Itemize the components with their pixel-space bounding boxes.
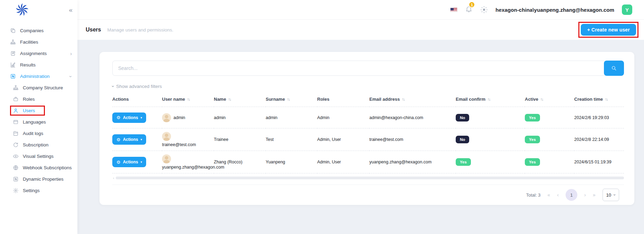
- pagination-next-button[interactable]: ›: [584, 192, 586, 198]
- horizontal-scrollbar[interactable]: ‹: [113, 176, 624, 180]
- active-cell: Yes: [525, 107, 574, 128]
- users-card: › Show advanced filters Actions User nam…: [100, 52, 634, 205]
- surname-cell: Yuanpeng: [266, 151, 317, 173]
- email-cell: admin@hexagon-china.com: [369, 107, 456, 128]
- eye-icon: [13, 153, 19, 159]
- scrollbar-left-arrow[interactable]: ‹: [113, 176, 114, 180]
- active-cell: Yes: [525, 128, 574, 151]
- email-confirm-cell: No: [456, 128, 525, 151]
- sidebar-item-roles[interactable]: Roles: [0, 93, 77, 105]
- sidebar-item-assignments[interactable]: Assignments ›: [0, 48, 77, 59]
- sidebar-item-users[interactable]: Users: [0, 105, 77, 116]
- audit-file-icon: [13, 130, 19, 136]
- pagination-first-button[interactable]: «: [548, 192, 550, 198]
- active-cell: Yes: [525, 151, 574, 173]
- header-user-name[interactable]: User name↑↓: [162, 92, 214, 107]
- window-icon: [13, 119, 19, 125]
- theme-toggle-icon[interactable]: [480, 6, 488, 14]
- search-input[interactable]: [112, 61, 607, 76]
- table-row[interactable]: ⚙ Actions ▾ yuanpeng.zhang@hexagon.com Z…: [112, 151, 624, 173]
- search-icon: [611, 65, 617, 71]
- name-cell: Trainee: [214, 128, 266, 151]
- pagination-last-button[interactable]: »: [593, 192, 596, 198]
- roles-cell: Admin: [317, 107, 369, 128]
- actions-cell: ⚙ Actions ▾: [112, 107, 162, 128]
- username-cell: yuanpeng.zhang@hexagon.com: [162, 151, 214, 173]
- name-cell: Zhang (Rocco): [214, 151, 266, 173]
- sidebar-item-companies[interactable]: Companies: [0, 25, 77, 36]
- advanced-filters-toggle[interactable]: › Show advanced filters: [112, 84, 162, 89]
- header-email-confirm[interactable]: Email confirm↑↓: [456, 92, 525, 107]
- notifications-button[interactable]: 1: [465, 5, 473, 14]
- pagination-prev-button[interactable]: ‹: [557, 192, 559, 198]
- page-size-select[interactable]: 10 ›: [603, 189, 619, 201]
- caret-down-icon: ▾: [141, 116, 142, 119]
- roles-cell: Admin, User: [317, 128, 369, 151]
- notification-count-badge: 1: [468, 1, 475, 8]
- sidebar-item-administration[interactable]: Administration ›: [0, 71, 77, 82]
- sidebar-item-results[interactable]: Results: [0, 59, 77, 71]
- username-cell: admin: [162, 107, 214, 128]
- search-button[interactable]: [604, 61, 624, 76]
- creation-time-cell: 2024/2/8 22:14:09: [574, 128, 624, 151]
- users-table: Actions User name↑↓ Name↑↓ Surname↑↓ Rol…: [112, 92, 624, 173]
- page-subtitle: Manage users and permissions.: [107, 27, 173, 33]
- sidebar-item-webhook-subscriptions[interactable]: Webhook Subscriptions: [0, 162, 77, 173]
- email-confirm-badge: No: [456, 114, 469, 122]
- header-email-address[interactable]: Email address↑↓: [369, 92, 456, 107]
- sidebar-item-facilities[interactable]: Facilities: [0, 36, 77, 48]
- companies-icon: [10, 28, 16, 34]
- sliders-icon: [10, 73, 16, 79]
- gear-icon: ⚙: [116, 115, 121, 120]
- sidebar-item-settings[interactable]: Settings: [0, 185, 77, 196]
- user-photo-avatar: [162, 154, 171, 163]
- create-new-user-button[interactable]: + Create new user: [581, 24, 636, 36]
- sliders-icon: [13, 176, 19, 182]
- sidebar-item-audit-logs[interactable]: Audit logs: [0, 128, 77, 139]
- actions-cell: ⚙ Actions ▾: [112, 151, 162, 173]
- pagination-bar: Total: 3 « ‹ 1 › » 10 ›: [112, 184, 624, 205]
- email-confirm-cell: No: [456, 107, 525, 128]
- table-row[interactable]: ⚙ Actions ▾ trainee@test.com Trainee Tes…: [112, 128, 624, 151]
- sidebar-item-visual-settings[interactable]: Visual Settings: [0, 151, 77, 162]
- gear-icon: [13, 188, 19, 194]
- email-cell: yuanpeng.zhang@hexagon.com: [369, 151, 456, 173]
- sidebar-collapse-icon[interactable]: «: [69, 7, 73, 13]
- sort-icon: ↑↓: [228, 97, 231, 101]
- org-chart-icon: [13, 85, 19, 91]
- sort-icon: ↑↓: [605, 97, 608, 101]
- scrollbar-thumb[interactable]: [116, 177, 624, 179]
- user-avatar[interactable]: Y: [622, 4, 632, 15]
- sidebar-item-company-structure[interactable]: Company Structure: [0, 82, 77, 93]
- chevron-right-icon: ›: [70, 51, 72, 56]
- header-roles: Roles: [317, 92, 369, 107]
- table-row[interactable]: ⚙ Actions ▾ admin admin admin Admin admi…: [112, 107, 624, 128]
- email-confirm-badge: No: [456, 136, 469, 143]
- header-actions: Actions: [112, 92, 162, 107]
- caret-down-icon: ▾: [141, 160, 142, 164]
- header-active[interactable]: Active↑↓: [525, 92, 574, 107]
- sidebar-item-subscription[interactable]: Subscription: [0, 139, 77, 151]
- sidebar-item-languages[interactable]: Languages: [0, 116, 77, 128]
- header-creation-time[interactable]: Creation time↑↓: [574, 92, 624, 107]
- users-annotation-box: Users: [10, 106, 45, 116]
- refresh-icon: [13, 142, 19, 148]
- surname-cell: admin: [266, 107, 317, 128]
- search-row: [112, 61, 624, 76]
- email-cell: trainee@test.com: [369, 128, 456, 151]
- active-badge: Yes: [525, 158, 540, 166]
- username-cell: trainee@test.com: [162, 128, 214, 151]
- pagination-current-page[interactable]: 1: [566, 189, 577, 201]
- row-actions-button[interactable]: ⚙ Actions ▾: [112, 134, 146, 145]
- globe-icon: [13, 165, 19, 171]
- header-surname[interactable]: Surname↑↓: [266, 92, 317, 107]
- row-actions-button[interactable]: ⚙ Actions ▾: [112, 157, 146, 167]
- language-flag-icon[interactable]: [450, 8, 457, 12]
- row-actions-button[interactable]: ⚙ Actions ▾: [112, 112, 146, 123]
- header-name[interactable]: Name↑↓: [214, 92, 266, 107]
- sidebar-item-dynamic-properties[interactable]: Dynamic Properties: [0, 173, 77, 185]
- current-user-identity[interactable]: hexagon-china\yuanpeng.zhang@hexagon.com: [495, 7, 614, 13]
- app-logo-icon: [15, 3, 29, 17]
- chevron-down-icon: ›: [612, 194, 617, 196]
- chart-icon: [10, 62, 16, 68]
